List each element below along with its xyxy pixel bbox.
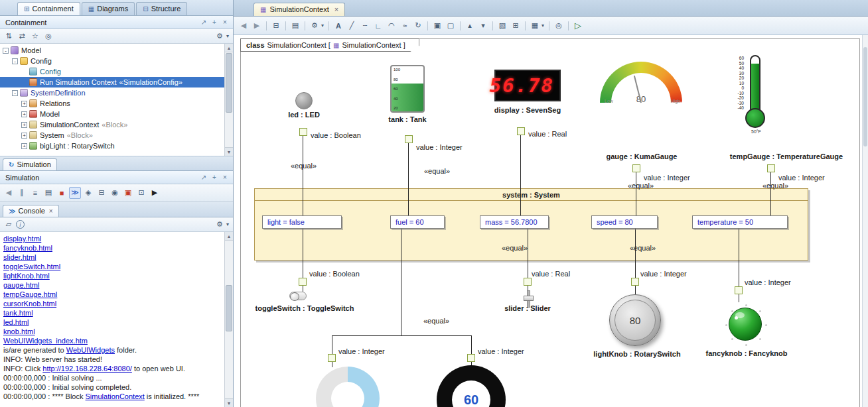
expand-toggle-icon[interactable]: +	[21, 101, 27, 107]
diagram-properties-icon[interactable]: ▤	[289, 20, 301, 32]
fancy-knob-port[interactable]	[735, 286, 743, 294]
expand-toggle-icon[interactable]: +	[21, 143, 27, 149]
diagram-canvas[interactable]: class SimulationContext [ ▦ SimulationCo…	[234, 35, 868, 407]
sessions-icon[interactable]: ▤	[42, 187, 54, 199]
close-icon[interactable]: ×	[220, 17, 230, 28]
console-link[interactable]: toggleSwitch.html	[3, 262, 60, 270]
console-link[interactable]: led.html	[3, 318, 29, 326]
clear-console-icon[interactable]: ▱	[3, 219, 15, 231]
close-icon[interactable]: ×	[49, 207, 53, 215]
value-box-speed[interactable]: speed = 80	[591, 215, 658, 229]
tree-item[interactable]: + Model	[0, 109, 224, 119]
export-icon[interactable]: ⊡	[135, 187, 147, 199]
tree-item[interactable]: + System «Block»	[0, 130, 224, 141]
seven-segment-display-widget[interactable]: 56.78	[494, 70, 561, 101]
console-link[interactable]: http://192.168.228.64:8080/	[42, 365, 132, 373]
curve-tool-icon[interactable]: ◠	[386, 20, 398, 32]
forward-icon[interactable]: ▶	[251, 20, 263, 32]
led-widget[interactable]	[295, 92, 313, 109]
tab-simulation[interactable]: ↻ Simulation	[3, 158, 57, 170]
settings-icon[interactable]: ⚙	[214, 219, 226, 231]
console-link[interactable]: gauge.html	[3, 281, 39, 289]
left-tab[interactable]: ⊞ Containment	[17, 2, 80, 15]
diagram-scrollbar[interactable]	[862, 35, 868, 407]
run-icon[interactable]: ▷	[572, 20, 584, 32]
rotary-switch-widget[interactable]: 80	[609, 294, 661, 346]
layout-icon[interactable]: ⊞	[510, 20, 522, 32]
copy-icon[interactable]: ▣	[431, 20, 443, 32]
instances-icon[interactable]: ◉	[109, 187, 121, 199]
toggle-switch-widget[interactable]	[289, 292, 307, 300]
fuel-donut-port[interactable]	[328, 354, 336, 362]
scroll-down-icon[interactable]: ▾	[225, 398, 233, 407]
send-backward-icon[interactable]: ▾	[477, 20, 489, 32]
scroll-up-icon[interactable]: ▴	[225, 44, 233, 52]
pause-icon[interactable]: ∥	[16, 187, 28, 199]
console-link[interactable]: tank.html	[3, 309, 33, 317]
tank-widget[interactable]: 10080604020	[390, 65, 425, 113]
console-link[interactable]: SimulationContext	[86, 392, 145, 400]
slider-port[interactable]	[524, 278, 532, 286]
corner-line-tool-icon[interactable]: ∟	[372, 20, 384, 32]
zoom-icon[interactable]: ◎	[553, 20, 565, 32]
zigzag-tool-icon[interactable]: ≈	[399, 20, 411, 32]
image-shape-icon[interactable]: ▧	[496, 20, 508, 32]
text-tool-icon[interactable]: A	[332, 20, 344, 32]
close-icon[interactable]: ×	[334, 5, 338, 13]
value-box-temperature[interactable]: temperature = 50	[692, 215, 788, 229]
scrollbar-thumb[interactable]	[226, 53, 232, 113]
fuel-knob-port[interactable]	[467, 354, 475, 362]
info-icon[interactable]: i	[16, 220, 25, 229]
expand-toggle-icon[interactable]: +	[21, 122, 27, 128]
pin-icon[interactable]: +	[209, 17, 220, 28]
float-icon[interactable]: ↗	[198, 17, 209, 28]
collapse-all-icon[interactable]: ⇅	[3, 30, 15, 42]
tree-item[interactable]: Config	[0, 66, 224, 77]
console-link[interactable]: cursorKnob.html	[3, 300, 56, 308]
line-tool-icon[interactable]: ╱	[346, 20, 358, 32]
temp-gauge-port[interactable]	[767, 164, 775, 172]
value-box-fuel[interactable]: fuel = 60	[390, 215, 445, 229]
tree-scrollbar[interactable]: ▴ ▾	[224, 44, 233, 156]
fast-run-icon[interactable]: ≫	[69, 187, 81, 199]
console-scrollbar[interactable]: ▴ ▾	[224, 232, 233, 407]
breakpoints-icon[interactable]: ▣	[122, 187, 134, 199]
tab-diagram-simulationcontext[interactable]: ▦ SimulationContext ×	[253, 3, 345, 16]
left-tab[interactable]: ▦ Diagrams	[82, 2, 135, 15]
options-icon[interactable]: ◈	[82, 187, 94, 199]
bring-forward-icon[interactable]: ▴	[464, 20, 476, 32]
console-link[interactable]: fancyknob.html	[3, 244, 52, 252]
settings-icon[interactable]: ⚙	[214, 30, 226, 42]
rotary-switch-port[interactable]	[631, 278, 639, 286]
value-box-light[interactable]: light = false	[262, 215, 342, 229]
expand-toggle-icon[interactable]: +	[21, 133, 27, 139]
float-icon[interactable]: ↗	[198, 172, 209, 183]
expand-toggle-icon[interactable]: +	[21, 111, 27, 117]
tree-item[interactable]: + Relations	[0, 98, 224, 109]
fancy-knob-widget[interactable]	[723, 302, 768, 347]
show-options-caret-icon[interactable]: ▾	[540, 20, 545, 32]
tree-item[interactable]: - SystemDefinition	[0, 87, 224, 98]
tank-port[interactable]	[405, 135, 413, 143]
console-link[interactable]: WebUIWidgets	[66, 346, 115, 354]
tab-console[interactable]: ≫ Console ×	[3, 205, 59, 217]
expand-toggle-icon[interactable]: -	[12, 90, 18, 96]
tree-item[interactable]: + bigLight : RotarySwitch	[0, 141, 224, 151]
toggle-switch-port[interactable]	[299, 278, 307, 286]
close-icon[interactable]: ×	[220, 172, 230, 183]
settings-caret-icon[interactable]: ▾	[225, 30, 230, 42]
reset-layout-icon[interactable]: ↻	[412, 20, 424, 32]
tree-item[interactable]: - Config	[0, 56, 224, 66]
scroll-down-icon[interactable]: ▾	[225, 147, 233, 156]
search-icon[interactable]: ◎	[42, 30, 54, 42]
stop-icon[interactable]: ■	[56, 187, 68, 199]
paste-icon[interactable]: ▢	[445, 20, 457, 32]
favorites-icon[interactable]: ☆	[29, 30, 41, 42]
diagram-options-icon[interactable]: ⚙	[309, 20, 321, 32]
tree-item[interactable]: Run Simulation Context «SimulationConfig…	[0, 77, 224, 87]
display-port[interactable]	[517, 127, 525, 135]
temperature-gauge-widget[interactable]: 6050403020100-10-20-30-40 50°F	[729, 55, 787, 136]
scrollbar-thumb[interactable]	[863, 47, 867, 146]
expand-toggle-icon[interactable]: -	[12, 58, 18, 64]
dashed-line-tool-icon[interactable]: ┄	[359, 20, 371, 32]
